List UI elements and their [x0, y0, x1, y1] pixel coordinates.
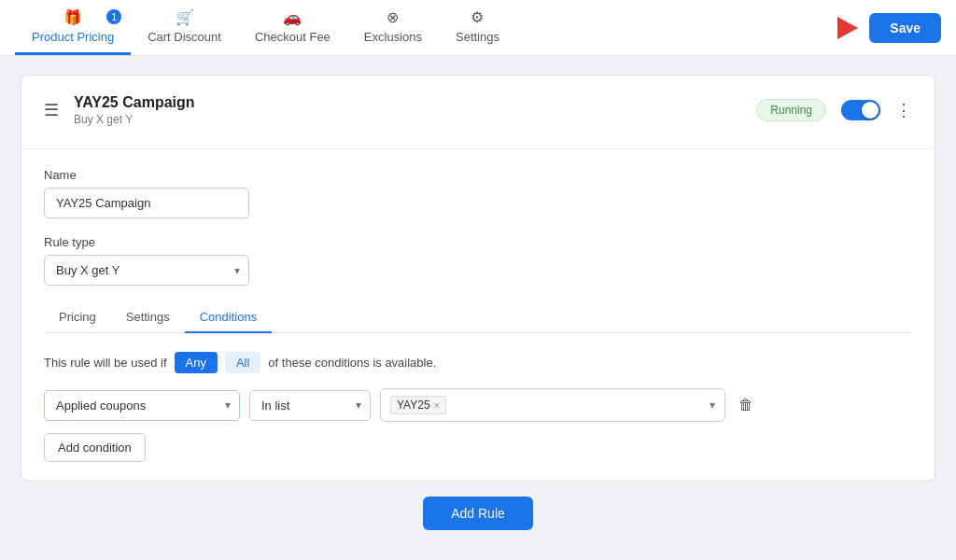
add-condition-button[interactable]: Add condition	[44, 433, 146, 462]
tab-exclusions-label: Exclusions	[364, 30, 422, 44]
operator-wrapper: In list Not in list	[249, 390, 371, 421]
tab-exclusions[interactable]: ⊗ Exclusions	[347, 0, 439, 55]
nav-tabs: 🎁 Product Pricing 1 🛒 Cart Discount 🚗 Ch…	[15, 0, 837, 55]
operator-select[interactable]: In list Not in list	[249, 390, 371, 421]
tag-input-chevron-icon: ▾	[710, 399, 715, 412]
divider	[21, 148, 935, 149]
cart-discount-icon: 🛒	[176, 8, 194, 26]
any-button[interactable]: Any	[175, 352, 218, 373]
more-options-icon[interactable]: ⋮	[895, 100, 912, 120]
conditions-rule-suffix: of these conditions is available.	[268, 356, 436, 370]
tag-yay25-close[interactable]: ×	[434, 399, 440, 411]
arrow-indicator	[837, 17, 858, 39]
campaign-header: ☰ YAY25 Campaign Buy X get Y Running ⋮	[44, 94, 912, 126]
exclusions-icon: ⊗	[387, 8, 399, 26]
rule-type-select-wrapper: Buy X get Y Percentage Discount Fixed Di…	[44, 255, 249, 286]
main-content: ☰ YAY25 Campaign Buy X get Y Running ⋮ N…	[0, 56, 956, 560]
tab-checkout-fee-label: Checkout Fee	[255, 30, 330, 44]
tag-yay25: YAY25 ×	[390, 396, 446, 414]
rule-type-select[interactable]: Buy X get Y Percentage Discount Fixed Di…	[44, 255, 249, 286]
settings-icon: ⚙	[471, 8, 484, 26]
tab-checkout-fee[interactable]: 🚗 Checkout Fee	[238, 0, 347, 55]
condition-field-wrapper: Applied coupons Cart total User role	[44, 390, 240, 421]
add-rule-button[interactable]: Add Rule	[423, 497, 533, 530]
all-button[interactable]: All	[225, 352, 260, 373]
top-navigation: 🎁 Product Pricing 1 🛒 Cart Discount 🚗 Ch…	[0, 0, 956, 56]
name-label: Name	[44, 168, 912, 182]
product-pricing-icon: 🎁	[63, 8, 82, 26]
campaign-title-group: YAY25 Campaign Buy X get Y	[74, 94, 741, 126]
rule-type-field-group: Rule type Buy X get Y Percentage Discoun…	[44, 235, 912, 286]
tab-product-pricing-label: Product Pricing	[32, 30, 114, 44]
product-pricing-badge: 1	[106, 9, 121, 24]
inner-tabs: Pricing Settings Conditions	[44, 302, 912, 333]
delete-condition-button[interactable]: 🗑	[735, 393, 757, 417]
tab-settings[interactable]: ⚙ Settings	[439, 0, 516, 55]
campaign-subtitle: Buy X get Y	[74, 113, 741, 126]
conditions-rule-prefix: This rule will be used if	[44, 356, 167, 370]
condition-row: Applied coupons Cart total User role In …	[44, 388, 912, 422]
save-button[interactable]: Save	[869, 13, 941, 43]
campaign-card: ☰ YAY25 Campaign Buy X get Y Running ⋮ N…	[21, 75, 935, 482]
checkout-fee-icon: 🚗	[283, 8, 302, 26]
inner-tab-conditions[interactable]: Conditions	[185, 302, 272, 333]
campaign-title: YAY25 Campaign	[74, 94, 741, 111]
toggle-switch[interactable]	[841, 100, 880, 120]
condition-field-select[interactable]: Applied coupons Cart total User role	[44, 390, 240, 421]
tab-cart-discount[interactable]: 🛒 Cart Discount	[131, 0, 238, 55]
conditions-rule-text: This rule will be used if Any All of the…	[44, 352, 912, 373]
tab-product-pricing[interactable]: 🎁 Product Pricing 1	[15, 0, 131, 55]
status-badge: Running	[756, 99, 826, 121]
tag-input[interactable]: YAY25 × ▾	[380, 388, 725, 422]
hamburger-icon[interactable]: ☰	[44, 100, 59, 120]
save-area: Save	[837, 13, 941, 43]
inner-tab-pricing[interactable]: Pricing	[44, 302, 111, 333]
tab-settings-label: Settings	[456, 30, 499, 44]
rule-type-label: Rule type	[44, 235, 912, 249]
name-field-group: Name	[44, 168, 912, 218]
tag-yay25-label: YAY25	[397, 399, 430, 412]
tab-cart-discount-label: Cart Discount	[148, 30, 221, 44]
name-input[interactable]	[44, 188, 249, 218]
inner-tab-settings[interactable]: Settings	[111, 302, 185, 333]
